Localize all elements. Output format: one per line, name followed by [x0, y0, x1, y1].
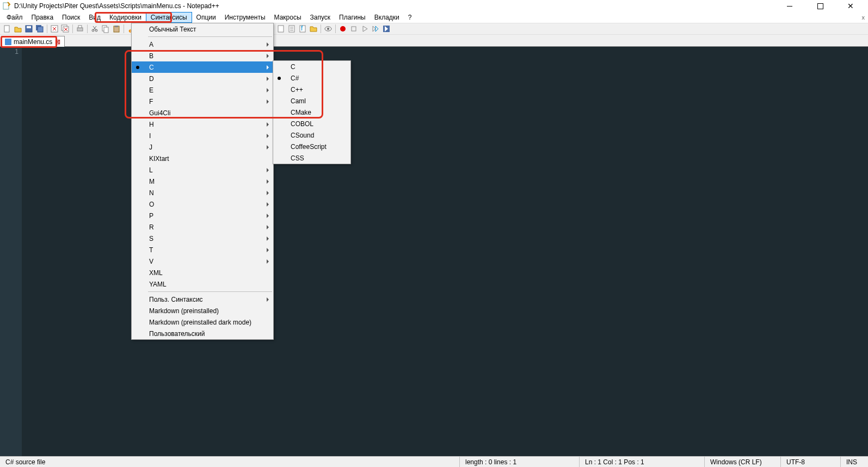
menu-item[interactable]: J: [132, 141, 273, 153]
save-all-icon[interactable]: [35, 24, 45, 34]
menu-item[interactable]: B: [132, 50, 273, 61]
menu-item-label: L: [149, 166, 153, 174]
save-macro-icon[interactable]: [381, 24, 391, 34]
menu-item[interactable]: Markdown (preinstalled): [132, 305, 273, 316]
menu-item[interactable]: Обычный Текст: [132, 23, 273, 35]
stop-icon[interactable]: [349, 24, 359, 34]
menu-item-опции[interactable]: Опции: [192, 13, 220, 22]
menu-item-label: E: [149, 86, 153, 94]
menu-item-синтаксисы[interactable]: Синтаксисы: [146, 12, 192, 23]
close-all-icon[interactable]: [60, 24, 70, 34]
menu-item-плагины[interactable]: Плагины: [335, 13, 370, 22]
menu-item[interactable]: Польз. Синтаксис: [132, 294, 273, 305]
menu-item-label: Пользовательский: [149, 330, 205, 338]
menu-item[interactable]: M: [132, 176, 273, 187]
save-icon[interactable]: [24, 24, 34, 34]
check-mark-icon: [136, 66, 139, 69]
func-list-icon[interactable]: f: [298, 24, 307, 34]
svg-rect-3: [27, 26, 31, 28]
menu-item-label: C#: [291, 74, 299, 82]
editor-area: 1: [0, 47, 868, 456]
cut-icon[interactable]: [90, 24, 100, 34]
menu-item[interactable]: Gui4Cli: [132, 107, 273, 119]
menu-item[interactable]: XML: [132, 267, 273, 278]
menu-item-макросы[interactable]: Макросы: [270, 13, 306, 22]
monitor-icon[interactable]: [323, 24, 333, 34]
menu-item-label: Польз. Синтаксис: [149, 296, 203, 303]
line-number: 1: [0, 48, 19, 55]
doc-map-icon[interactable]: [276, 24, 286, 34]
paste-icon[interactable]: [112, 24, 121, 34]
syntax-c-submenu: CC#C++CamlCMakeCOBOLCSoundCoffeeScriptCS…: [273, 60, 351, 164]
menu-item-label: F: [149, 98, 153, 105]
menu-item[interactable]: Markdown (preinstalled dark mode): [132, 316, 273, 328]
menu-item[interactable]: H: [132, 119, 273, 130]
copy-icon[interactable]: [101, 24, 110, 34]
folder-icon[interactable]: [309, 24, 318, 34]
menu-item-файл[interactable]: Файл: [2, 13, 27, 22]
menu-item[interactable]: I: [132, 130, 273, 141]
menu-item[interactable]: D: [132, 73, 273, 84]
menu-item-label: T: [149, 246, 153, 254]
menu-item-инструменты[interactable]: Инструменты: [220, 13, 270, 22]
play-multi-icon[interactable]: [371, 24, 380, 34]
menu-item-label: CSS: [291, 154, 304, 162]
menu-item[interactable]: COBOL: [273, 118, 350, 129]
print-icon[interactable]: [75, 24, 85, 34]
secondary-close-icon[interactable]: x: [862, 14, 865, 21]
new-file-icon[interactable]: [2, 24, 12, 34]
menu-item-label: N: [149, 189, 154, 197]
menu-item[interactable]: R: [132, 221, 273, 233]
menu-item-label: C: [149, 64, 154, 71]
menu-item-label: Обычный Текст: [149, 26, 196, 33]
close-button[interactable]: ✕: [840, 1, 861, 11]
menu-item-label: M: [149, 178, 155, 185]
tab-close-icon[interactable]: ⊠: [54, 39, 61, 45]
menu-item[interactable]: C#: [273, 72, 350, 84]
menu-item[interactable]: CSS: [273, 152, 350, 164]
close-file-icon[interactable]: [50, 24, 59, 34]
minimize-button[interactable]: [779, 1, 801, 11]
menu-item[interactable]: Caml: [273, 95, 350, 107]
menu-item[interactable]: CSound: [273, 129, 350, 141]
menu-item-запуск[interactable]: Запуск: [306, 13, 335, 22]
status-length: length : 0 lines : 1: [460, 457, 580, 467]
menu-item[interactable]: KIXtart: [132, 153, 273, 164]
menu-item-label: Caml: [291, 97, 306, 105]
svg-point-33: [327, 28, 329, 30]
menu-item-кодировки[interactable]: Кодировки: [105, 13, 146, 22]
menu-item-поиск[interactable]: Поиск: [58, 13, 84, 22]
status-encoding: UTF-8: [781, 457, 841, 467]
menu-item[interactable]: O: [132, 198, 273, 210]
menu-item[interactable]: N: [132, 187, 273, 198]
menu-item[interactable]: C: [273, 61, 350, 72]
menu-item[interactable]: A: [132, 39, 273, 50]
maximize-button[interactable]: [809, 1, 831, 11]
menu-item[interactable]: S: [132, 233, 273, 244]
menu-item[interactable]: CMake: [273, 107, 350, 118]
record-icon[interactable]: [338, 24, 348, 34]
menu-item-правка[interactable]: Правка: [27, 13, 58, 22]
menu-item-вид[interactable]: Вид: [84, 13, 105, 22]
menu-item[interactable]: CoffeeScript: [273, 141, 350, 152]
menu-item[interactable]: C: [132, 61, 273, 73]
menu-item[interactable]: V: [132, 256, 273, 267]
doc-list-icon[interactable]: [287, 24, 297, 34]
open-file-icon[interactable]: [13, 24, 23, 34]
status-position: Ln : 1 Col : 1 Pos : 1: [580, 457, 705, 467]
file-tab[interactable]: mainMenu.cs ⊠: [1, 36, 65, 47]
menu-item[interactable]: F: [132, 96, 273, 107]
menu-item-label: B: [149, 52, 153, 60]
menu-item-label: P: [149, 212, 153, 220]
menu-item[interactable]: P: [132, 210, 273, 221]
menu-item[interactable]: E: [132, 84, 273, 96]
menu-item-вкладки[interactable]: Вкладки: [370, 13, 404, 22]
menu-item-?[interactable]: ?: [404, 13, 416, 22]
play-icon[interactable]: [360, 24, 370, 34]
menu-item[interactable]: L: [132, 164, 273, 176]
menu-item[interactable]: C++: [273, 84, 350, 95]
menu-item[interactable]: YAML: [132, 278, 273, 290]
menu-item[interactable]: T: [132, 244, 273, 256]
menu-item[interactable]: Пользовательский: [132, 328, 273, 339]
status-filetype: C# source file: [0, 457, 460, 467]
